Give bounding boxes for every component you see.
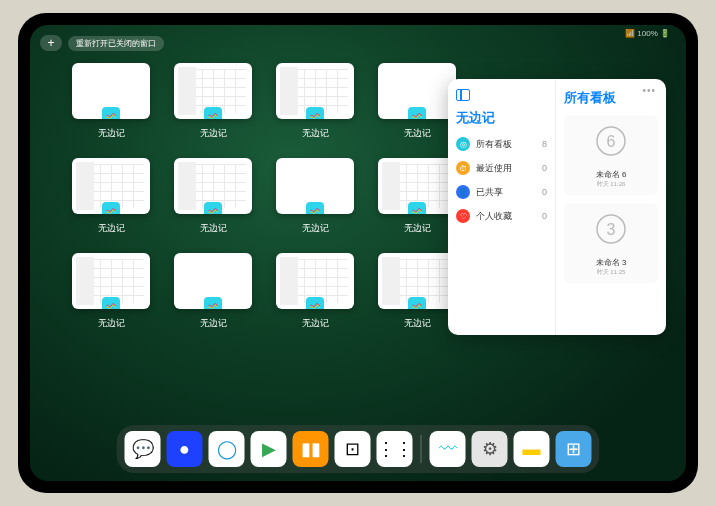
sidebar-item[interactable]: ◎所有看板8 — [456, 137, 547, 151]
window-label: 无边记 — [200, 317, 227, 330]
sidebar-item[interactable]: 👤已共享0 — [456, 185, 547, 199]
panel-content: 所有看板 6未命名 6昨天 11:263未命名 3昨天 11:25 — [556, 79, 666, 335]
svg-text:6: 6 — [607, 133, 616, 150]
category-count: 0 — [542, 163, 547, 173]
window-label: 无边记 — [404, 222, 431, 235]
board-preview-icon: 3 — [591, 209, 631, 249]
dock-app-dice[interactable]: ⊡ — [335, 431, 371, 467]
category-count: 0 — [542, 187, 547, 197]
window-tile[interactable]: 无边记 — [72, 63, 150, 140]
freeform-app-icon — [306, 202, 324, 214]
category-icon: ♡ — [456, 209, 470, 223]
more-icon[interactable]: ••• — [642, 85, 656, 96]
dock-app-wechat[interactable]: 💬 — [125, 431, 161, 467]
board-preview-icon: 6 — [591, 121, 631, 161]
reopen-closed-window-button[interactable]: 重新打开已关闭的窗口 — [68, 36, 164, 51]
window-label: 无边记 — [302, 317, 329, 330]
status-bar: 📶 100% 🔋 — [625, 29, 670, 38]
category-label: 已共享 — [476, 186, 503, 199]
category-icon: 👤 — [456, 185, 470, 199]
window-thumbnail — [72, 158, 150, 214]
window-grid: 无边记无边记无边记无边记无边记无边记无边记无边记无边记无边记无边记无边记 — [72, 63, 456, 330]
window-tile[interactable]: 无边记 — [276, 253, 354, 330]
dock-separator — [421, 435, 422, 463]
dock: 💬●◯▶▮▮⊡⋮⋮〰⚙▬⊞ — [117, 425, 600, 473]
dock-app-play[interactable]: ▶ — [251, 431, 287, 467]
top-bar: + 重新打开已关闭的窗口 — [40, 35, 164, 51]
window-label: 无边记 — [200, 127, 227, 140]
window-label: 无边记 — [302, 127, 329, 140]
panel-app-title: 无边记 — [456, 109, 547, 127]
freeform-app-icon — [102, 297, 120, 309]
freeform-app-icon — [408, 107, 426, 119]
freeform-app-icon — [204, 297, 222, 309]
category-label: 所有看板 — [476, 138, 512, 151]
board-title: 未命名 6 — [570, 169, 652, 180]
window-thumbnail — [276, 63, 354, 119]
board-title: 未命名 3 — [570, 257, 652, 268]
window-label: 无边记 — [404, 127, 431, 140]
board-date: 昨天 11:26 — [570, 180, 652, 189]
window-label: 无边记 — [98, 127, 125, 140]
window-label: 无边记 — [98, 317, 125, 330]
new-window-button[interactable]: + — [40, 35, 62, 51]
sidebar-item[interactable]: ♡个人收藏0 — [456, 209, 547, 223]
ipad-frame: 📶 100% 🔋 + 重新打开已关闭的窗口 无边记无边记无边记无边记无边记无边记… — [18, 13, 698, 493]
dock-app-folder[interactable]: ⊞ — [556, 431, 592, 467]
freeform-app-icon — [408, 202, 426, 214]
category-label: 最近使用 — [476, 162, 512, 175]
dock-app-qqbrowser[interactable]: ◯ — [209, 431, 245, 467]
dock-app-books[interactable]: ▮▮ — [293, 431, 329, 467]
freeform-app-icon — [408, 297, 426, 309]
dock-app-nodes[interactable]: ⋮⋮ — [377, 431, 413, 467]
window-thumbnail — [276, 253, 354, 309]
window-tile[interactable]: 无边记 — [174, 63, 252, 140]
window-thumbnail — [174, 63, 252, 119]
window-tile[interactable]: 无边记 — [276, 158, 354, 235]
window-tile[interactable]: 无边记 — [378, 253, 456, 330]
screen: 📶 100% 🔋 + 重新打开已关闭的窗口 无边记无边记无边记无边记无边记无边记… — [30, 25, 686, 481]
window-tile[interactable]: 无边记 — [276, 63, 354, 140]
window-tile[interactable]: 无边记 — [378, 63, 456, 140]
svg-text:3: 3 — [607, 221, 616, 238]
window-tile[interactable]: 无边记 — [72, 253, 150, 330]
window-thumbnail — [276, 158, 354, 214]
freeform-app-icon — [204, 202, 222, 214]
panel-sidebar: 无边记 ◎所有看板8⏱最近使用0👤已共享0♡个人收藏0 — [448, 79, 556, 335]
window-thumbnail — [378, 63, 456, 119]
dock-app-quark[interactable]: ● — [167, 431, 203, 467]
window-thumbnail — [378, 253, 456, 309]
board-card[interactable]: 3未命名 3昨天 11:25 — [564, 203, 658, 283]
freeform-app-icon — [102, 202, 120, 214]
freeform-panel: ••• 无边记 ◎所有看板8⏱最近使用0👤已共享0♡个人收藏0 所有看板 6未命… — [448, 79, 666, 335]
window-thumbnail — [72, 253, 150, 309]
window-thumbnail — [174, 158, 252, 214]
window-tile[interactable]: 无边记 — [378, 158, 456, 235]
window-thumbnail — [378, 158, 456, 214]
category-count: 0 — [542, 211, 547, 221]
freeform-app-icon — [306, 297, 324, 309]
dock-app-freeform[interactable]: 〰 — [430, 431, 466, 467]
window-thumbnail — [174, 253, 252, 309]
sidebar-item[interactable]: ⏱最近使用0 — [456, 161, 547, 175]
window-label: 无边记 — [200, 222, 227, 235]
dock-app-settings[interactable]: ⚙ — [472, 431, 508, 467]
freeform-app-icon — [306, 107, 324, 119]
freeform-app-icon — [204, 107, 222, 119]
category-icon: ◎ — [456, 137, 470, 151]
dock-app-notes[interactable]: ▬ — [514, 431, 550, 467]
freeform-app-icon — [102, 107, 120, 119]
window-tile[interactable]: 无边记 — [174, 158, 252, 235]
window-label: 无边记 — [404, 317, 431, 330]
window-label: 无边记 — [98, 222, 125, 235]
board-card[interactable]: 6未命名 6昨天 11:26 — [564, 115, 658, 195]
window-tile[interactable]: 无边记 — [72, 158, 150, 235]
sidebar-toggle-icon[interactable] — [456, 89, 470, 101]
window-thumbnail — [72, 63, 150, 119]
window-tile[interactable]: 无边记 — [174, 253, 252, 330]
window-label: 无边记 — [302, 222, 329, 235]
category-label: 个人收藏 — [476, 210, 512, 223]
category-icon: ⏱ — [456, 161, 470, 175]
board-date: 昨天 11:25 — [570, 268, 652, 277]
category-count: 8 — [542, 139, 547, 149]
